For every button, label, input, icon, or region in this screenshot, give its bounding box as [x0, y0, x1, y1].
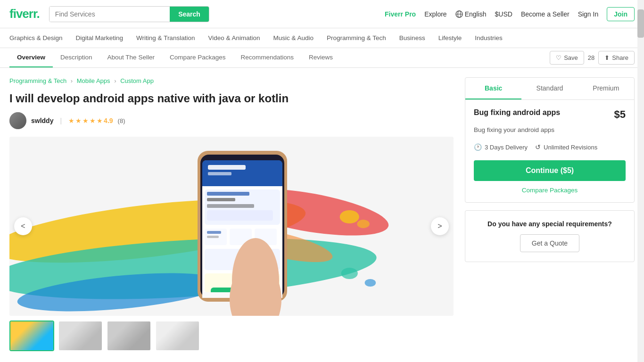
quote-card: Do you have any special requirements? Ge…	[465, 210, 635, 262]
package-features: 🕐 3 Days Delivery ↺ Unlimited Revisions	[474, 143, 626, 151]
svg-rect-24	[207, 210, 273, 221]
language-selector[interactable]: English	[455, 10, 487, 18]
join-button[interactable]: Join	[607, 7, 635, 21]
thumbnail-2[interactable]	[58, 321, 103, 351]
share-label: Share	[612, 54, 628, 61]
svg-rect-21	[207, 192, 249, 196]
heart-icon: ♡	[556, 54, 561, 61]
cat-programming-tech[interactable]: Programming & Tech	[327, 34, 386, 41]
left-column: Programming & Tech › Mobile Apps › Custo…	[9, 77, 454, 351]
rating-value: 4.9	[104, 117, 113, 124]
star-5: ★	[97, 117, 103, 124]
quote-text: Do you have any special requirements?	[475, 220, 625, 228]
search-bar: Search	[49, 6, 209, 22]
cat-digital-marketing[interactable]: Digital Marketing	[76, 34, 124, 41]
tab-overview[interactable]: Overview	[9, 48, 53, 67]
breadcrumb-sep-1: ›	[71, 77, 74, 84]
package-name: Bug fixing android apps	[474, 108, 560, 117]
thumbnail-3[interactable]	[107, 321, 151, 351]
package-card: Basic Standard Premium Bug fixing androi…	[465, 77, 635, 203]
svg-point-11	[340, 210, 359, 223]
delivery-label: 3 Days Delivery	[485, 144, 528, 151]
tab-premium[interactable]: Premium	[578, 78, 634, 99]
fiverr-pro-link[interactable]: Fiverr Pro	[385, 10, 416, 18]
save-label: Save	[564, 54, 578, 61]
continue-button[interactable]: Continue ($5)	[474, 160, 626, 181]
currency-link[interactable]: $USD	[495, 10, 512, 18]
scrollbar[interactable]	[637, 0, 644, 351]
tab-basic[interactable]: Basic	[465, 78, 521, 99]
hand-illustration	[218, 224, 293, 316]
language-label: English	[465, 10, 487, 18]
header-nav: Fiverr Pro Explore English $USD Become a…	[385, 7, 635, 21]
cat-business[interactable]: Business	[399, 34, 425, 41]
tab-standard[interactable]: Standard	[521, 78, 578, 99]
avatar	[9, 112, 26, 129]
thumbnail-1[interactable]	[9, 321, 54, 351]
gig-title: I will develop android apps native with …	[9, 91, 454, 106]
svg-point-9	[341, 268, 358, 279]
gallery-main: < >	[9, 137, 454, 316]
refresh-icon: ↺	[535, 143, 541, 151]
get-quote-button[interactable]: Get a Quote	[520, 234, 579, 252]
star-1: ★	[68, 117, 74, 124]
gallery-next-arrow[interactable]: >	[431, 217, 449, 235]
svg-rect-22	[207, 198, 235, 201]
search-input[interactable]	[50, 7, 170, 22]
star-3: ★	[83, 117, 89, 124]
delivery-feature: 🕐 3 Days Delivery	[474, 143, 528, 151]
search-button[interactable]: Search	[170, 7, 209, 22]
breadcrumb-custom[interactable]: Custom App	[120, 77, 154, 84]
tab-about-seller[interactable]: About The Seller	[100, 48, 162, 67]
breadcrumb-programming[interactable]: Programming & Tech	[9, 77, 66, 84]
clock-icon: 🕐	[474, 143, 482, 151]
header: fiverr. Search Fiverr Pro Explore Englis…	[0, 0, 644, 28]
cat-writing-translation[interactable]: Writing & Translation	[136, 34, 195, 41]
cat-music-audio[interactable]: Music & Audio	[273, 34, 314, 41]
package-tabs: Basic Standard Premium	[465, 78, 634, 100]
gallery-prev-arrow[interactable]: <	[14, 217, 32, 235]
svg-rect-29	[207, 236, 219, 238]
cat-video-animation[interactable]: Video & Animation	[208, 34, 260, 41]
main-content: Programming & Tech › Mobile Apps › Custo…	[0, 68, 644, 351]
explore-link[interactable]: Explore	[424, 10, 446, 18]
star-2: ★	[75, 117, 82, 124]
thumbnail-4[interactable]	[155, 321, 200, 351]
phone-scene	[9, 137, 454, 316]
tab-compare-packages[interactable]: Compare Packages	[162, 48, 233, 67]
package-body: Bug fixing android apps $5 Bug fixing yo…	[465, 100, 634, 202]
svg-rect-17	[202, 177, 282, 186]
compare-packages-link[interactable]: Compare Packages	[474, 187, 626, 194]
star-rating: ★ ★ ★ ★ ★ 4.9	[68, 117, 113, 124]
globe-icon	[455, 10, 463, 18]
cat-lifestyle[interactable]: Lifestyle	[438, 34, 462, 41]
tab-recommendations[interactable]: Recommendations	[233, 48, 301, 67]
gallery-image: < >	[9, 137, 454, 316]
scrollbar-thumb[interactable]	[637, 9, 644, 38]
svg-point-12	[357, 220, 369, 228]
star-4: ★	[90, 117, 96, 124]
package-header-row: Bug fixing android apps $5	[474, 108, 626, 121]
svg-rect-18	[208, 165, 246, 170]
review-count: (8)	[118, 117, 125, 124]
breadcrumb-mobile[interactable]: Mobile Apps	[77, 77, 110, 84]
share-button[interactable]: ⬆ Share	[598, 51, 635, 65]
seller-info: swlddy | ★ ★ ★ ★ ★ 4.9 (8)	[9, 112, 454, 129]
save-button[interactable]: ♡ Save	[550, 51, 584, 65]
category-nav: Graphics & Design Digital Marketing Writ…	[0, 28, 644, 48]
seller-name[interactable]: swlddy	[31, 117, 53, 124]
share-icon: ⬆	[604, 54, 610, 61]
breadcrumb-sep-2: ›	[114, 77, 118, 84]
cat-graphics-design[interactable]: Graphics & Design	[9, 34, 63, 41]
sign-in-link[interactable]: Sign In	[578, 10, 599, 18]
tab-description[interactable]: Description	[53, 48, 100, 67]
become-seller-link[interactable]: Become a Seller	[521, 10, 570, 18]
tab-reviews[interactable]: Reviews	[301, 48, 340, 67]
package-price: $5	[614, 108, 626, 121]
package-description: Bug fixing your android apps	[474, 125, 626, 135]
cat-industries[interactable]: Industries	[475, 34, 503, 41]
svg-rect-23	[207, 204, 254, 208]
right-column: Basic Standard Premium Bug fixing androi…	[465, 77, 635, 351]
divider: |	[60, 117, 62, 124]
tab-nav: Overview Description About The Seller Co…	[0, 48, 644, 68]
